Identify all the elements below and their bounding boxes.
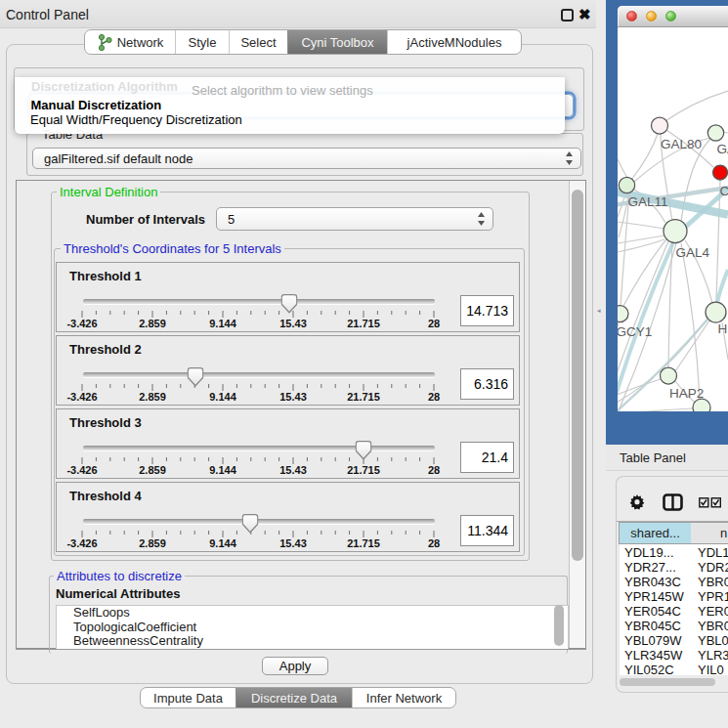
svg-text:GAL80: GAL80 bbox=[661, 137, 702, 151]
svg-text:GAL11: GAL11 bbox=[628, 194, 668, 209]
svg-text:H: H bbox=[718, 321, 728, 336]
svg-text:GCY1: GCY1 bbox=[618, 324, 652, 339]
svg-text:GA: GA bbox=[717, 142, 728, 156]
svg-text:C: C bbox=[720, 184, 728, 198]
svg-text:GAL4: GAL4 bbox=[676, 245, 710, 260]
svg-text:HAP2: HAP2 bbox=[669, 386, 704, 401]
